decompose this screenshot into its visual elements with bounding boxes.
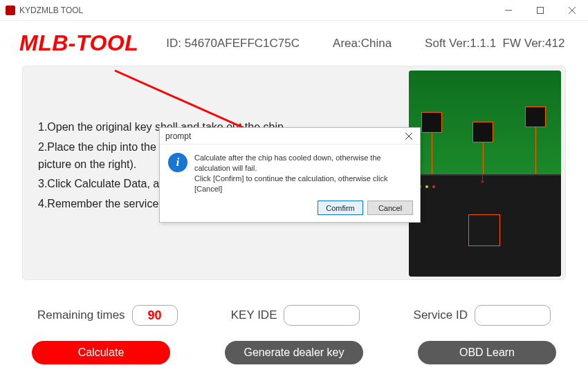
- maximize-button[interactable]: [524, 0, 556, 21]
- down-arrow-icon: ↓: [479, 169, 486, 187]
- cancel-button[interactable]: Cancel: [367, 201, 413, 215]
- dialog-message: Calculate after the chip has cooled down…: [194, 153, 412, 194]
- key-ide-label: KEY IDE: [231, 308, 277, 322]
- calculate-button[interactable]: Calculate: [32, 341, 170, 364]
- obd-learn-button[interactable]: OBD Learn: [418, 341, 556, 364]
- app-icon: [6, 6, 15, 15]
- generate-dealer-key-button[interactable]: Generate dealer key: [225, 341, 363, 364]
- header-info: ID: 54670AFEFFC1C75C Area:China Soft Ver…: [166, 37, 564, 50]
- remaining-times-field: Remaining times 90: [37, 305, 178, 326]
- window-title: KYDZMLB TOOL: [19, 6, 83, 15]
- dialog-close-button[interactable]: [401, 129, 417, 143]
- service-id-value: [475, 305, 551, 326]
- minimize-button[interactable]: [493, 0, 524, 21]
- brand-logo: MLB-TOOL: [19, 30, 138, 56]
- info-icon: i: [168, 153, 187, 172]
- service-id-field: Service ID: [414, 305, 551, 326]
- window-titlebar: KYDZMLB TOOL: [0, 0, 588, 21]
- remaining-times-value: 90: [132, 305, 178, 326]
- area-info: Area:China: [333, 37, 392, 50]
- bottom-controls: Remaining times 90 KEY IDE Service ID Ca…: [0, 305, 588, 381]
- key-ide-field: KEY IDE: [231, 305, 360, 326]
- prompt-dialog: prompt i Calculate after the chip has co…: [159, 127, 421, 223]
- version-info: Soft Ver:1.1.1 FW Ver:412: [425, 37, 564, 50]
- key-ide-value: [284, 305, 360, 326]
- confirm-button[interactable]: Comfirm: [318, 201, 363, 215]
- device-illustration: ↓: [409, 71, 561, 277]
- device-id: ID: 54670AFEFFC1C75C: [166, 37, 300, 50]
- dialog-title: prompt: [165, 131, 191, 141]
- svg-rect-1: [538, 7, 544, 13]
- remaining-times-label: Remaining times: [37, 308, 125, 322]
- close-button[interactable]: [556, 0, 588, 21]
- header: MLB-TOOL ID: 54670AFEFFC1C75C Area:China…: [0, 21, 588, 63]
- service-id-label: Service ID: [414, 308, 468, 322]
